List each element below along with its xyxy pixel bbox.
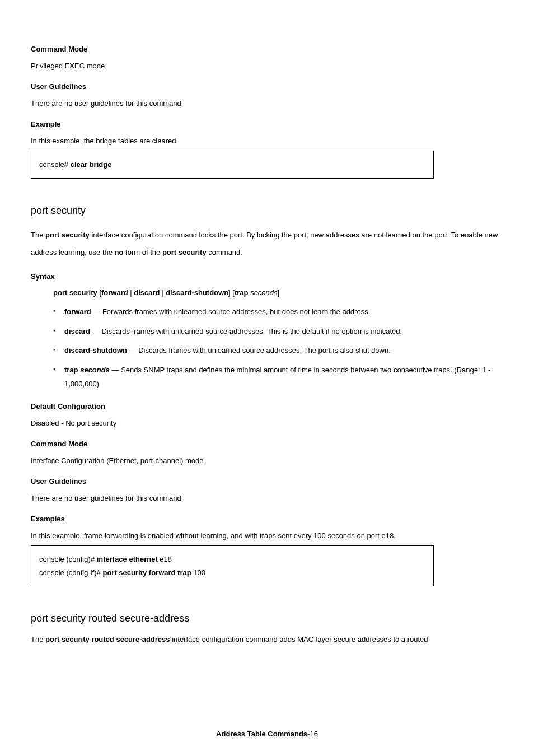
example-code-box-2: console (config)# interface ethernet e18… bbox=[31, 545, 434, 586]
command-mode-heading: Command Mode bbox=[31, 44, 503, 55]
console-command: interface ethernet bbox=[97, 555, 158, 563]
console-arg: 100 bbox=[191, 568, 205, 577]
console-prompt: console# bbox=[39, 160, 68, 169]
user-guidelines-heading-2: User Guidelines bbox=[31, 476, 503, 487]
user-guidelines-text-2: There are no user guidelines for this co… bbox=[31, 493, 503, 504]
command-mode-text: Privileged EXEC mode bbox=[31, 60, 503, 72]
console-prompt: console (config-if)# bbox=[39, 568, 102, 577]
console-command: clear bridge bbox=[71, 160, 112, 169]
syntax-line: port security [forward | discard | disca… bbox=[53, 287, 503, 298]
example-heading: Example bbox=[31, 119, 503, 130]
examples-heading: Examples bbox=[31, 514, 503, 525]
list-item: forward — Forwards frames with unlearned… bbox=[53, 305, 503, 319]
page-footer: Address Table Commands-16 bbox=[0, 729, 534, 740]
list-item: discard-shutdown — Discards frames with … bbox=[53, 344, 503, 358]
console-command: port security forward trap bbox=[102, 568, 191, 577]
list-item: discard — Discards frames with unlearned… bbox=[53, 325, 503, 339]
example-code-box: console# clear bridge bbox=[31, 151, 434, 179]
examples-intro: In this example, frame forwarding is ena… bbox=[31, 530, 503, 542]
console-prompt: console (config)# bbox=[39, 555, 97, 563]
command-title-port-security: port security bbox=[31, 203, 503, 218]
syntax-heading: Syntax bbox=[31, 271, 503, 282]
list-item: trap seconds — Sends SNMP traps and defi… bbox=[53, 363, 503, 391]
command-mode-text-2: Interface Configuration (Ethernet, port-… bbox=[31, 455, 503, 466]
psr-description: The port security routed secure-address … bbox=[31, 634, 503, 645]
command-mode-heading-2: Command Mode bbox=[31, 438, 503, 450]
default-config-text: Disabled - No port security bbox=[31, 418, 503, 429]
port-security-description: The port security interface configuratio… bbox=[31, 226, 503, 261]
user-guidelines-heading: User Guidelines bbox=[31, 81, 503, 92]
options-list: forward — Forwards frames with unlearned… bbox=[31, 305, 503, 391]
default-config-heading: Default Configuration bbox=[31, 401, 503, 412]
example-intro: In this example, the bridge tables are c… bbox=[31, 136, 503, 147]
command-title-psr: port security routed secure-address bbox=[31, 611, 503, 626]
user-guidelines-text: There are no user guidelines for this co… bbox=[31, 98, 503, 109]
console-arg: e18 bbox=[158, 555, 172, 563]
